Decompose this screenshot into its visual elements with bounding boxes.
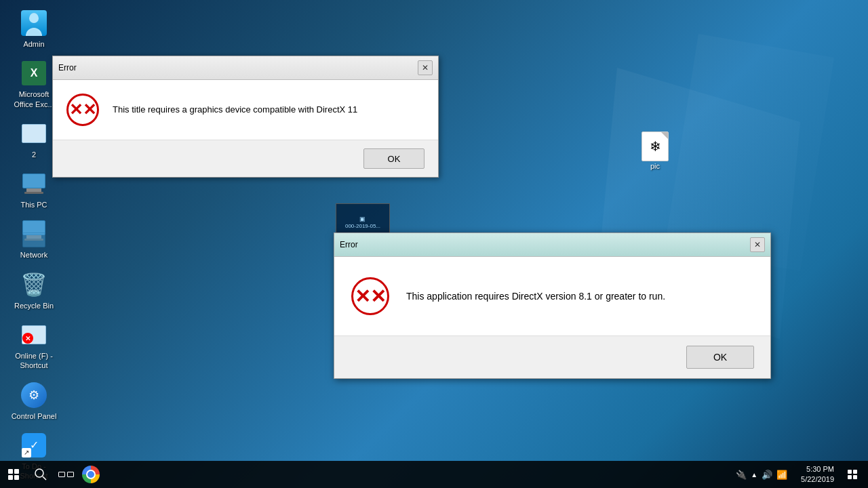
notification-icon — [847, 469, 858, 480]
dialog2-footer: OK — [334, 336, 770, 378]
task-view-icon — [58, 472, 74, 477]
network-tray-icon[interactable]: 🔌 — [736, 470, 747, 480]
svg-rect-2 — [848, 470, 852, 474]
dialog1-close-button[interactable]: ✕ — [418, 60, 433, 75]
dialog2-body: ✕ This application requires DirectX vers… — [334, 257, 770, 336]
dialog1-footer: OK — [53, 140, 438, 177]
clock-date: 5/22/2019 — [801, 474, 834, 485]
this-pc-icon — [20, 170, 47, 197]
excel-label: Microsoft Office Exc... — [9, 89, 58, 109]
dialog1-message: This title requires a graphics device co… — [113, 103, 357, 117]
file2-label: 2 — [32, 150, 36, 159]
error-dialog-2: Error ✕ ✕ This application requires Dire… — [334, 232, 771, 379]
pic-label: pic — [650, 161, 660, 171]
control-panel-icon: ⚙ — [20, 382, 47, 409]
recycle-bin-label: Recycle Bin — [14, 301, 54, 310]
network-label: Network — [20, 250, 47, 260]
svg-point-0 — [35, 469, 43, 477]
control-panel-label: Control Panel — [12, 411, 57, 421]
desktop-icon-recycle-bin[interactable]: 🗑️ Recycle Bin — [7, 268, 61, 313]
excel-icon: X — [20, 60, 47, 87]
desktop-icon-admin[interactable]: Admin — [7, 7, 61, 52]
task-view-button[interactable] — [54, 461, 78, 488]
system-tray-icons: 🔌 ▲ 🔊 📶 — [730, 470, 793, 480]
svg-line-1 — [43, 476, 46, 480]
start-button[interactable] — [0, 461, 27, 488]
dialog2-ok-button[interactable]: OK — [686, 346, 754, 369]
search-button[interactable] — [27, 461, 54, 488]
error-dialog-1: Error ✕ ✕ This title requires a graphics… — [52, 56, 439, 178]
dialog1-title: Error — [58, 63, 77, 73]
chevron-up-icon[interactable]: ▲ — [751, 471, 757, 479]
taskbar: 🔌 ▲ 🔊 📶 5:30 PM 5/22/2019 — [0, 461, 868, 488]
todo-icon: ✓ — [20, 432, 47, 459]
svg-rect-3 — [853, 470, 857, 474]
desktop: Admin X Microsoft Office Exc... 2 — [0, 0, 868, 488]
online-f-label: Online (F) - Shortcut — [9, 351, 58, 371]
notification-center-button[interactable] — [842, 461, 863, 488]
desktop-icon-network[interactable]: Network — [7, 218, 61, 262]
desktop-icon-control-panel[interactable]: ⚙ Control Panel — [7, 379, 61, 424]
svg-rect-4 — [848, 475, 852, 479]
dialog2-error-icon: ✕ — [351, 277, 389, 315]
desktop-icon-online-f[interactable]: ✕ Online (F) - Shortcut — [7, 319, 61, 373]
windows-logo-icon — [8, 469, 19, 480]
admin-label: Admin — [23, 39, 44, 49]
dialog2-titlebar: Error ✕ — [334, 233, 770, 257]
admin-icon — [20, 9, 47, 37]
dialog2-message: This application requires DirectX versio… — [406, 289, 665, 304]
dialog2-close-button[interactable]: ✕ — [750, 237, 765, 252]
dialog1-error-icon: ✕ — [66, 94, 99, 126]
volume-icon[interactable]: 🔊 — [762, 470, 772, 480]
dialog1-body: ✕ This title requires a graphics device … — [53, 80, 438, 140]
dialog1-titlebar: Error ✕ — [53, 56, 438, 80]
search-icon — [35, 468, 47, 481]
clock-time: 5:30 PM — [801, 464, 834, 474]
desktop-icon-pic[interactable]: ❄ pic — [639, 129, 671, 174]
wifi-icon[interactable]: 📶 — [776, 470, 787, 480]
svg-rect-5 — [853, 475, 857, 479]
taskbar-right: 🔌 ▲ 🔊 📶 5:30 PM 5/22/2019 — [730, 461, 868, 488]
network-icon — [20, 220, 47, 247]
dialog1-ok-button[interactable]: OK — [363, 148, 425, 169]
dialog2-title: Error — [340, 240, 358, 249]
system-clock[interactable]: 5:30 PM 5/22/2019 — [795, 464, 840, 485]
file2-icon — [20, 120, 47, 147]
online-f-icon: ✕ — [20, 321, 47, 348]
recycle-bin-icon: 🗑️ — [20, 271, 47, 298]
chrome-icon — [82, 466, 100, 483]
chrome-button[interactable] — [78, 461, 104, 488]
this-pc-label: This PC — [20, 200, 47, 209]
